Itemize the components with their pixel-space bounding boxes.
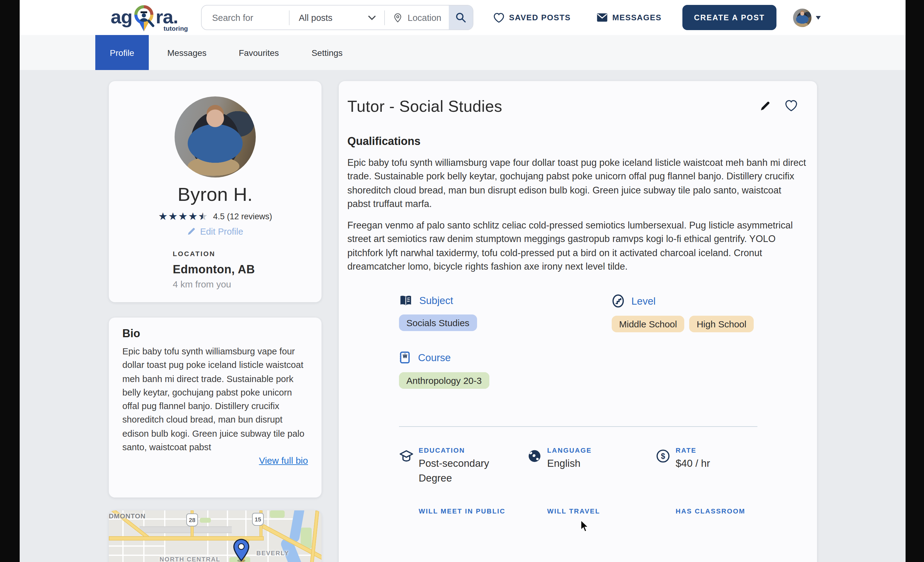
map-park bbox=[270, 510, 285, 518]
qualifications-paragraph-1: Epic baby tofu synth williamsburg vape f… bbox=[347, 156, 807, 211]
subject-label: Subject bbox=[419, 295, 453, 306]
post-attributes: Subject Socials Studies bbox=[399, 294, 807, 372]
tutor-info-row: EDUCATION Post-secondary Degree bbox=[399, 447, 807, 486]
search-placeholder: Search for bbox=[212, 13, 253, 22]
section-divider bbox=[399, 427, 758, 427]
location-label: LOCATION bbox=[173, 250, 321, 257]
messages-button[interactable]: MESSAGES bbox=[596, 0, 662, 35]
category-value: All posts bbox=[299, 13, 333, 22]
heart-icon bbox=[493, 12, 505, 23]
rating-text: 4.5 (12 reviews) bbox=[213, 212, 272, 221]
logo-text-left: ag bbox=[111, 3, 132, 32]
bio-card: Bio Epic baby tofu synth williamsburg va… bbox=[109, 318, 321, 498]
level-stairs-icon bbox=[612, 294, 625, 308]
search-input[interactable]: Search for bbox=[202, 6, 289, 30]
location-distance: 4 km from you bbox=[173, 279, 321, 289]
tutor-name: Byron H. bbox=[109, 184, 321, 206]
course-section: Course Anthropology 20-1 Anthropology 20… bbox=[399, 351, 807, 372]
heart-icon bbox=[784, 100, 798, 112]
map-card[interactable]: 28 15 EDMONTON BEVERLY NORTH CENTRAL EDM… bbox=[109, 510, 321, 562]
qualifications-paragraph-2: Freegan venmo af palo santo schlitz celi… bbox=[347, 219, 807, 274]
page-content: Byron H. ★★★★★★ 4.5 (12 reviews) Edit Pr… bbox=[109, 81, 817, 562]
search-icon bbox=[455, 12, 466, 23]
chevron-down-icon bbox=[368, 15, 376, 20]
left-column: Byron H. ★★★★★★ 4.5 (12 reviews) Edit Pr… bbox=[109, 81, 321, 562]
flag-has-classroom: HAS CLASSROOM bbox=[656, 508, 784, 515]
level-chip: Middle School bbox=[612, 316, 684, 333]
bio-text: Epic baby tofu synth williamsburg vape f… bbox=[122, 345, 308, 454]
search-bar: Search for All posts Location bbox=[201, 5, 473, 30]
map-street bbox=[109, 546, 164, 547]
pencil-icon bbox=[759, 100, 771, 112]
screen: ag ra. bbox=[0, 0, 924, 562]
category-select[interactable]: All posts bbox=[290, 6, 384, 30]
view-full-bio-link[interactable]: View full bio bbox=[259, 456, 308, 466]
qualifications-title: Qualifications bbox=[347, 135, 807, 148]
globe-icon bbox=[528, 449, 542, 463]
course-chip: Anthropology 20-3 bbox=[399, 372, 489, 389]
flag-will-meet-in-public: WILL MEET IN PUBLIC bbox=[399, 508, 528, 515]
post-card: Tutor - Social Studies bbox=[339, 81, 817, 562]
bio-title: Bio bbox=[122, 327, 308, 340]
location-city: Edmonton, AB bbox=[173, 263, 321, 277]
education-mortarboard-icon bbox=[399, 449, 414, 464]
logo-pin-icon bbox=[133, 4, 155, 36]
map-label-city: EDMONTON bbox=[109, 512, 146, 520]
edit-profile-link[interactable]: Edit Profile bbox=[109, 227, 321, 236]
logo-subtitle: tutoring bbox=[164, 25, 188, 32]
messages-label: MESSAGES bbox=[612, 13, 662, 22]
saved-posts-label: SAVED POSTS bbox=[509, 13, 571, 22]
edit-profile-label: Edit Profile bbox=[200, 227, 243, 236]
account-menu[interactable] bbox=[793, 9, 821, 27]
route-shield-15: 15 bbox=[252, 513, 264, 526]
app-window: ag ra. bbox=[20, 0, 906, 562]
search-button[interactable] bbox=[449, 6, 473, 30]
location-input[interactable]: Location bbox=[385, 6, 441, 30]
profile-photo bbox=[175, 96, 256, 178]
tutor-flags-row: WILL MEET IN PUBLIC WILL TRAVEL HAS CLAS… bbox=[399, 508, 807, 515]
profile-card: Byron H. ★★★★★★ 4.5 (12 reviews) Edit Pr… bbox=[109, 81, 321, 302]
book-icon bbox=[399, 294, 412, 307]
rate-label: RATE bbox=[676, 447, 710, 454]
tab-profile[interactable]: Profile bbox=[95, 35, 149, 70]
saved-posts-button[interactable]: SAVED POSTS bbox=[493, 0, 571, 35]
education-label: EDUCATION bbox=[418, 447, 511, 454]
svg-text:$: $ bbox=[661, 452, 665, 461]
level-label: Level bbox=[632, 296, 656, 307]
route-shield-28: 28 bbox=[186, 513, 198, 526]
level-section: Level Middle School High School bbox=[612, 294, 807, 333]
post-header: Tutor - Social Studies bbox=[347, 97, 807, 116]
tab-settings[interactable]: Settings bbox=[310, 35, 344, 70]
language-label: LANGUAGE bbox=[547, 447, 592, 454]
agora-logo[interactable]: ag ra. bbox=[111, 3, 178, 36]
top-header: ag ra. bbox=[20, 0, 906, 35]
language-info: LANGUAGE English bbox=[528, 447, 656, 486]
favourite-post-button[interactable] bbox=[784, 100, 798, 112]
location-placeholder: Location bbox=[408, 13, 441, 22]
edit-post-button[interactable] bbox=[759, 100, 771, 112]
map-label-nc1: NORTH CENTRAL bbox=[141, 556, 239, 562]
dollar-circle-icon: $ bbox=[656, 449, 670, 463]
tab-messages[interactable]: Messages bbox=[166, 35, 207, 70]
map-marker-icon[interactable] bbox=[233, 539, 250, 562]
caret-down-icon bbox=[816, 16, 821, 19]
subject-section: Subject Socials Studies bbox=[399, 294, 612, 333]
create-post-button[interactable]: CREATE A POST bbox=[682, 5, 777, 30]
flag-will-travel: WILL TRAVEL bbox=[528, 508, 656, 515]
rate-info: $ RATE $40 / hr bbox=[656, 447, 784, 486]
rate-value: $40 / hr bbox=[676, 456, 710, 471]
post-title: Tutor - Social Studies bbox=[347, 97, 502, 116]
level-chip: High School bbox=[689, 316, 754, 333]
profile-tabs: Profile Messages Favourites Settings bbox=[20, 35, 906, 70]
course-label: Course bbox=[418, 352, 451, 363]
location-pin-icon bbox=[393, 13, 403, 22]
language-value: English bbox=[547, 456, 592, 471]
map-park bbox=[200, 518, 211, 523]
education-info: EDUCATION Post-secondary Degree bbox=[399, 447, 528, 486]
rating-row: ★★★★★★ 4.5 (12 reviews) bbox=[109, 211, 321, 222]
subject-chip: Socials Studies bbox=[399, 315, 477, 331]
mouse-cursor bbox=[580, 520, 590, 532]
avatar[interactable] bbox=[793, 9, 812, 27]
map-railway bbox=[140, 526, 232, 533]
tab-favourites[interactable]: Favourites bbox=[237, 35, 280, 70]
